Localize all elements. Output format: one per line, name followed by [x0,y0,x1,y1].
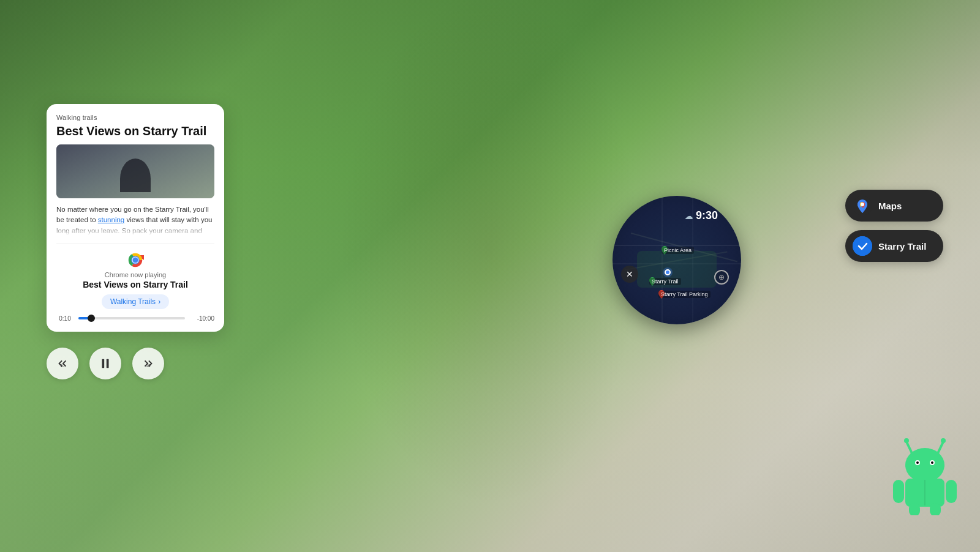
pause-button[interactable] [89,348,121,379]
svg-rect-25 [893,480,904,503]
walking-trails-button[interactable]: Walking Trails › [102,294,169,309]
article-body: No matter where you go on the Starry Tra… [56,204,214,236]
media-section: Chrome now playing Best Views on Starry … [56,244,214,322]
svg-point-23 [931,461,933,464]
map-pin-parking: Starry Trail Parking [658,290,665,299]
weather-icon: ☁ [685,212,693,221]
svg-text:10: 10 [60,364,65,368]
map-pin-user [665,269,671,275]
walking-trails-label: Walking Trails [110,297,156,306]
rewind-button[interactable]: 10 [47,348,78,379]
map-watch: ☁ 9:30 Picnic Area Starry Trail Starry T… [612,196,741,324]
progress-bar-track[interactable] [78,317,185,319]
svg-rect-27 [909,503,920,515]
progress-thumb [88,315,95,322]
parking-label: Starry Trail Parking [658,291,710,298]
starry-trail-label: Starry Trail [649,278,681,285]
article-category: Walking trails [56,114,214,121]
playback-controls: 10 10 [47,348,164,379]
picnic-area-label: Picnic Area [662,247,694,254]
svg-rect-8 [102,359,105,368]
underline-word: stunning [98,216,124,223]
svg-rect-28 [930,503,941,515]
media-title: Best Views on Starry Trail [56,280,214,289]
starry-trail-pill-label: Starry Trail [878,241,926,252]
svg-point-6 [133,257,138,263]
article-image [56,144,214,198]
time-start: 0:10 [56,315,74,322]
svg-point-13 [861,203,864,206]
pill-container: Maps Starry Trail [845,190,943,262]
chrome-icon [127,252,144,269]
maps-pill-label: Maps [878,201,902,211]
svg-rect-26 [946,480,957,503]
svg-rect-9 [107,359,109,368]
check-icon [853,236,872,256]
svg-point-17 [904,438,909,443]
map-crosshair-button[interactable]: ⊕ [714,270,729,285]
article-card: Walking trails Best Views on Starry Trai… [47,104,224,332]
svg-point-14 [853,236,872,256]
map-time: ☁ 9:30 [685,209,718,222]
map-close-button[interactable]: ✕ [621,266,638,283]
svg-point-19 [905,448,944,482]
maps-pill-button[interactable]: Maps [845,190,943,222]
time-end: -10:00 [190,315,214,322]
svg-point-22 [916,461,919,464]
svg-text:10: 10 [146,364,151,368]
progress-bar-container: 0:10 -10:00 [56,315,214,322]
map-pin-starry-trail: Starry Trail [649,277,655,286]
svg-point-18 [941,438,946,443]
map-pin-picnic: Picnic Area [662,246,668,255]
maps-icon [853,196,872,215]
chrome-now-playing-label: Chrome now playing [56,271,214,278]
article-title: Best Views on Starry Trail [56,124,214,138]
forward-button[interactable]: 10 [132,348,164,379]
android-mascot [888,430,962,515]
starry-trail-pill-button[interactable]: Starry Trail [845,230,943,262]
chevron-right-icon: › [158,297,160,306]
